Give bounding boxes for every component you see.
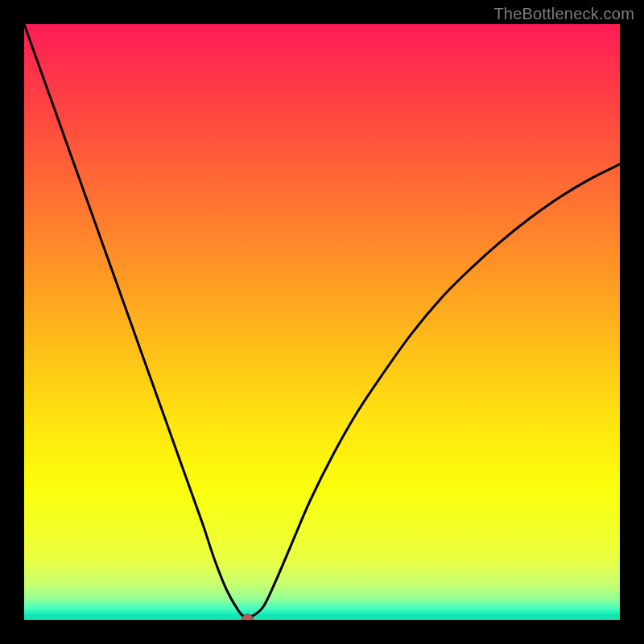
chart-stage: TheBottleneck.com bbox=[0, 0, 644, 644]
watermark-label: TheBottleneck.com bbox=[493, 5, 634, 23]
bottleneck-curve bbox=[24, 24, 620, 617]
plot-area bbox=[24, 24, 620, 620]
chart-svg bbox=[24, 24, 620, 620]
